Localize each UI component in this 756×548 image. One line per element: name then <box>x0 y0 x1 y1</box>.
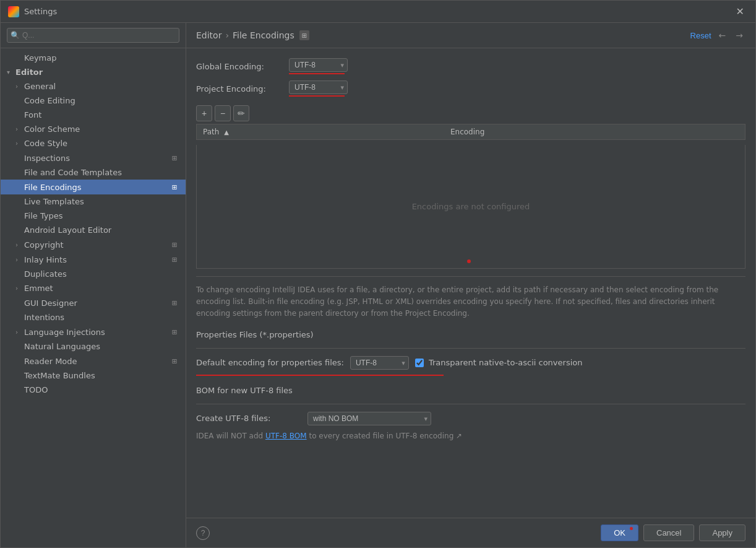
sidebar: 🔍 Keymap ▾ Editor <box>1 23 186 547</box>
settings-window: Settings ✕ 🔍 Keymap ▾ <box>0 0 756 548</box>
project-encoding-row: Project Encoding: UTF-8 UTF-16 ISO-8859-… <box>196 80 745 97</box>
global-encoding-label: Global Encoding: <box>196 62 289 71</box>
transparent-checkbox-row: Transparent native-to-ascii conversion <box>415 358 583 367</box>
footer-buttons: OK Cancel Apply <box>601 524 745 541</box>
search-wrapper: 🔍 <box>7 28 179 43</box>
remove-button[interactable]: − <box>215 105 231 121</box>
sidebar-item-file-types[interactable]: File Types <box>1 209 186 223</box>
col-path[interactable]: Path ▲ <box>197 124 444 140</box>
project-encoding-select-wrapper: UTF-8 UTF-16 ISO-8859-1 <box>289 80 348 94</box>
sidebar-item-language-injections[interactable]: › Language Injections ⊞ <box>1 324 186 339</box>
transparent-checkbox[interactable] <box>415 359 424 367</box>
sidebar-item-reader-mode[interactable]: Reader Mode ⊞ <box>1 354 186 368</box>
empty-encodings-area: Encodings are not configured <box>196 145 745 269</box>
breadcrumb: Editor › File Encodings ⊞ <box>196 30 690 40</box>
file-encodings-badge: ⊞ <box>170 182 179 192</box>
breadcrumb-separator: › <box>225 30 229 40</box>
main-panel: Editor › File Encodings ⊞ Reset ← → Glob… <box>186 23 755 547</box>
footer-left: ? <box>196 526 601 540</box>
footer: ? OK Cancel Apply <box>186 518 755 547</box>
sidebar-item-copyright[interactable]: › Copyright ⊞ <box>1 237 186 252</box>
sidebar-item-natural-languages[interactable]: Natural Languages <box>1 339 186 354</box>
main-header: Editor › File Encodings ⊞ Reset ← → <box>186 23 755 48</box>
cancel-button[interactable]: Cancel <box>643 524 694 541</box>
sidebar-item-duplicates[interactable]: Duplicates <box>1 267 186 281</box>
sidebar-list: Keymap ▾ Editor › General Code Editing <box>1 48 186 547</box>
create-utf8-label: Create UTF-8 files: <box>196 414 307 423</box>
properties-title: Properties Files (*.properties) <box>196 330 745 342</box>
global-encoding-select[interactable]: UTF-8 UTF-16 ISO-8859-1 <box>289 58 348 72</box>
help-button[interactable]: ? <box>196 526 210 540</box>
sidebar-item-general[interactable]: › General <box>1 79 186 94</box>
section-divider-properties <box>196 348 745 349</box>
titlebar: Settings ✕ <box>1 1 755 23</box>
main-body: Global Encoding: UTF-8 UTF-16 ISO-8859-1 <box>186 48 755 518</box>
sidebar-item-android-layout-editor[interactable]: Android Layout Editor <box>1 223 186 237</box>
sidebar-item-file-code-templates[interactable]: File and Code Templates <box>1 165 186 180</box>
gui-designer-badge: ⊞ <box>170 298 179 308</box>
sidebar-item-gui-designer[interactable]: GUI Designer ⊞ <box>1 295 186 310</box>
sidebar-item-keymap[interactable]: Keymap <box>1 51 186 65</box>
dot-indicator <box>467 259 471 263</box>
info-text: To change encoding IntelliJ IDEA uses fo… <box>196 276 745 320</box>
apply-button[interactable]: Apply <box>699 524 745 541</box>
sidebar-item-code-style[interactable]: › Code Style <box>1 136 186 150</box>
sidebar-item-inspections[interactable]: Inspections ⊞ <box>1 150 186 165</box>
encoding-table: Path ▲ Encoding <box>196 124 745 140</box>
sidebar-item-color-scheme[interactable]: › Color Scheme <box>1 122 186 136</box>
transparent-label: Transparent native-to-ascii conversion <box>429 358 583 367</box>
sidebar-item-file-encodings[interactable]: File Encodings ⊞ <box>1 180 186 194</box>
sidebar-item-emmet[interactable]: › Emmet <box>1 281 186 295</box>
create-utf8-select-wrapper: with NO BOM with BOM <box>307 412 431 425</box>
sidebar-item-editor[interactable]: ▾ Editor <box>1 65 186 79</box>
global-encoding-row: Global Encoding: UTF-8 UTF-16 ISO-8859-1 <box>196 58 745 74</box>
ok-button[interactable]: OK <box>601 524 638 541</box>
ok-dot <box>630 527 633 530</box>
search-input[interactable] <box>7 28 179 43</box>
sidebar-item-font[interactable]: Font <box>1 108 186 122</box>
header-actions: Reset ← → <box>690 29 745 41</box>
default-encoding-select[interactable]: UTF-8 UTF-16 ISO-8859-1 <box>350 356 409 370</box>
empty-message: Encodings are not configured <box>412 202 530 211</box>
sidebar-item-live-templates[interactable]: Live Templates <box>1 194 186 209</box>
bom-note: IDEA will NOT add UTF-8 BOM to every cre… <box>196 432 745 440</box>
forward-arrow[interactable]: → <box>733 29 745 41</box>
create-utf8-row: Create UTF-8 files: with NO BOM with BOM <box>196 412 745 425</box>
global-encoding-select-wrapper: UTF-8 UTF-16 ISO-8859-1 <box>289 58 348 72</box>
project-encoding-select[interactable]: UTF-8 UTF-16 ISO-8859-1 <box>289 80 348 94</box>
sidebar-item-textmate-bundles[interactable]: TextMate Bundles <box>1 368 186 383</box>
bom-section: BOM for new UTF-8 files Create UTF-8 fil… <box>196 386 745 440</box>
breadcrumb-parent: Editor <box>196 30 221 40</box>
inspections-badge: ⊞ <box>170 153 179 163</box>
col-encoding: Encoding <box>444 124 745 140</box>
reset-button[interactable]: Reset <box>690 31 711 40</box>
language-injections-badge: ⊞ <box>170 327 179 337</box>
add-button[interactable]: + <box>196 105 212 121</box>
back-arrow[interactable]: ← <box>716 29 729 41</box>
sidebar-item-intentions[interactable]: Intentions <box>1 310 186 324</box>
sidebar-item-code-editing[interactable]: Code Editing <box>1 94 186 108</box>
search-area: 🔍 <box>1 23 186 48</box>
breadcrumb-current: File Encodings <box>233 30 294 40</box>
properties-section: Properties Files (*.properties) Default … <box>196 330 745 376</box>
sidebar-item-inlay-hints[interactable]: › Inlay Hints ⊞ <box>1 252 186 267</box>
encoding-toolbar: + − ✏ <box>196 103 745 124</box>
app-icon <box>8 6 19 17</box>
pin-icon[interactable]: ⊞ <box>299 30 309 40</box>
edit-button[interactable]: ✏ <box>233 105 249 121</box>
project-encoding-label: Project Encoding: <box>196 84 289 94</box>
default-encoding-row: Default encoding for properties files: U… <box>196 356 745 370</box>
create-utf8-select[interactable]: with NO BOM with BOM <box>307 412 431 425</box>
search-icon: 🔍 <box>11 31 20 40</box>
main-content: 🔍 Keymap ▾ Editor <box>1 23 755 547</box>
copyright-badge: ⊞ <box>170 240 179 250</box>
sort-arrow-path: ▲ <box>224 129 229 136</box>
external-link-icon: ↗ <box>456 432 462 440</box>
window-title: Settings <box>24 7 732 16</box>
reader-mode-badge: ⊞ <box>170 356 179 366</box>
sidebar-item-todo[interactable]: TODO <box>1 383 186 397</box>
close-button[interactable]: ✕ <box>732 4 748 19</box>
utf8-bom-link[interactable]: UTF-8 BOM <box>265 432 307 440</box>
default-encoding-select-wrapper: UTF-8 UTF-16 ISO-8859-1 <box>350 356 409 370</box>
section-divider-bom <box>196 404 745 404</box>
